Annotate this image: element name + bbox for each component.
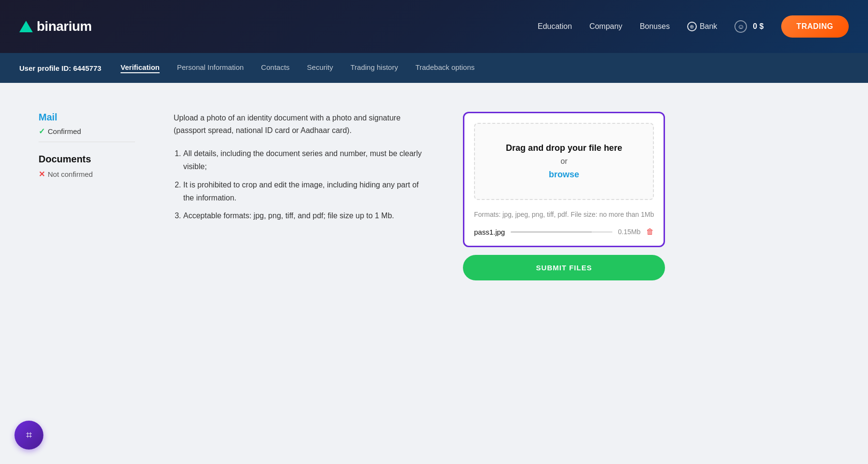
logo-icon	[19, 21, 33, 32]
main-nav-links: Education Company Bonuses ⊕ Bank ☺ 0 $ T…	[538, 15, 849, 38]
docs-not-confirmed-status: ✕ Not confirmed	[39, 170, 135, 179]
profile-id: User profile ID: 6445773	[19, 64, 101, 72]
file-delete-button[interactable]: 🗑	[646, 227, 654, 236]
browse-link[interactable]: browse	[549, 170, 579, 179]
check-icon: ✓	[39, 127, 45, 136]
upload-section: Drag and drop your file here or browse F…	[463, 107, 665, 280]
sidebar-divider	[39, 142, 135, 142]
tab-contacts[interactable]: Contacts	[261, 63, 289, 73]
not-confirmed-text: Not confirmed	[48, 170, 93, 178]
instruction-item-3: Acceptable formats: jpg, png, tiff, and …	[183, 209, 424, 222]
dropzone-inner[interactable]: Drag and drop your file here or browse	[474, 123, 654, 200]
profile-navigation: User profile ID: 6445773 Verification Pe…	[0, 53, 868, 83]
user-avatar-icon[interactable]: ☺	[734, 20, 747, 33]
nav-education[interactable]: Education	[538, 22, 572, 31]
file-item: pass1.jpg 0.15Mb 🗑	[474, 227, 654, 236]
verification-sidebar: Mail ✓ Confirmed Documents ✕ Not confirm…	[39, 107, 135, 280]
user-area: ☺ 0 $	[734, 20, 763, 33]
mail-label: Mail	[39, 112, 135, 123]
chat-widget-button[interactable]: ⌗	[14, 421, 43, 450]
main-content: Mail ✓ Confirmed Documents ✕ Not confirm…	[0, 83, 772, 305]
file-progress-bar-container	[511, 231, 612, 233]
trading-button[interactable]: TRADING	[781, 15, 849, 38]
top-navigation: binarium Education Company Bonuses ⊕ Ban…	[0, 0, 868, 53]
or-text: or	[485, 157, 643, 166]
submit-files-button[interactable]: SUBMIT FILES	[463, 255, 665, 280]
logo[interactable]: binarium	[19, 19, 92, 34]
nav-bonuses[interactable]: Bonuses	[640, 22, 670, 31]
nav-company[interactable]: Company	[589, 22, 622, 31]
file-name: pass1.jpg	[474, 228, 505, 236]
tab-security[interactable]: Security	[307, 63, 333, 73]
instruction-intro: Upload a photo of an identity document w…	[174, 112, 424, 136]
drag-drop-text: Drag and drop your file here	[485, 143, 643, 153]
tab-personal-info[interactable]: Personal Information	[177, 63, 244, 73]
instructions-panel: Upload a photo of an identity document w…	[174, 107, 424, 280]
x-icon: ✕	[39, 170, 45, 179]
profile-nav-links: Verification Personal Information Contac…	[121, 63, 475, 73]
file-size: 0.15Mb	[618, 228, 641, 236]
docs-label: Documents	[39, 154, 135, 165]
logo-text: binarium	[37, 19, 92, 34]
dropzone[interactable]: Drag and drop your file here or browse F…	[463, 112, 665, 247]
documents-section: Documents ✕ Not confirmed	[39, 154, 135, 179]
tab-verification[interactable]: Verification	[121, 63, 160, 73]
chat-widget-icon: ⌗	[26, 429, 32, 441]
mail-confirmed-status: ✓ Confirmed	[39, 127, 135, 136]
instruction-item-2: It is prohibited to crop and edit the im…	[183, 178, 424, 204]
tab-trading-history[interactable]: Trading history	[351, 63, 398, 73]
confirmed-text: Confirmed	[48, 127, 81, 135]
nav-bank[interactable]: ⊕ Bank	[687, 22, 717, 31]
bank-circle-icon: ⊕	[687, 22, 697, 31]
instruction-item-1: All details, including the document seri…	[183, 147, 424, 173]
tab-tradeback[interactable]: Tradeback options	[415, 63, 475, 73]
nav-bank-label: Bank	[700, 22, 717, 31]
file-progress-bar	[511, 231, 592, 233]
mail-section: Mail ✓ Confirmed	[39, 112, 135, 142]
formats-text: Formats: jpg, jpeg, png, tiff, pdf. File…	[474, 210, 654, 220]
user-balance: 0 $	[753, 22, 763, 31]
instruction-list: All details, including the document seri…	[174, 147, 424, 222]
